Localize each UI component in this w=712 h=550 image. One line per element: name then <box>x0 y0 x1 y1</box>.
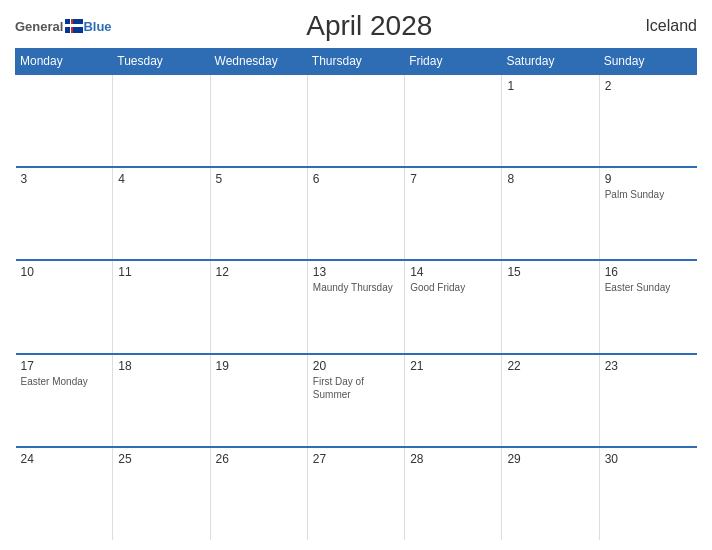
column-headers: Monday Tuesday Wednesday Thursday Friday… <box>16 49 697 75</box>
day-number: 27 <box>313 452 399 466</box>
col-thursday: Thursday <box>307 49 404 75</box>
calendar-day-cell: 3 <box>16 167 113 260</box>
calendar-day-cell: 25 <box>113 447 210 540</box>
day-number: 3 <box>21 172 108 186</box>
calendar-day-cell: 26 <box>210 447 307 540</box>
calendar-day-cell: 17Easter Monday <box>16 354 113 447</box>
calendar-day-cell: 9Palm Sunday <box>599 167 696 260</box>
day-number: 17 <box>21 359 108 373</box>
calendar-week-row: 17Easter Monday181920First Day of Summer… <box>16 354 697 447</box>
calendar-table: Monday Tuesday Wednesday Thursday Friday… <box>15 48 697 540</box>
calendar-week-row: 24252627282930 <box>16 447 697 540</box>
day-number: 9 <box>605 172 692 186</box>
calendar-day-cell: 2 <box>599 74 696 167</box>
col-sunday: Sunday <box>599 49 696 75</box>
day-number: 20 <box>313 359 399 373</box>
day-number: 25 <box>118 452 204 466</box>
calendar-day-cell: 24 <box>16 447 113 540</box>
day-number: 6 <box>313 172 399 186</box>
day-event: Palm Sunday <box>605 188 692 201</box>
day-number: 23 <box>605 359 692 373</box>
day-number: 8 <box>507 172 593 186</box>
day-number: 14 <box>410 265 496 279</box>
calendar-week-row: 12 <box>16 74 697 167</box>
calendar-day-cell <box>307 74 404 167</box>
logo-general-text: General <box>15 19 63 34</box>
calendar-day-cell <box>16 74 113 167</box>
col-tuesday: Tuesday <box>113 49 210 75</box>
day-number: 29 <box>507 452 593 466</box>
logo-flag-icon <box>65 19 83 33</box>
day-number: 19 <box>216 359 302 373</box>
day-number: 1 <box>507 79 593 93</box>
day-number: 18 <box>118 359 204 373</box>
day-number: 16 <box>605 265 692 279</box>
header: General Blue April 2028 Iceland <box>15 10 697 42</box>
calendar-day-cell: 11 <box>113 260 210 353</box>
calendar-week-row: 3456789Palm Sunday <box>16 167 697 260</box>
calendar-day-cell <box>113 74 210 167</box>
day-number: 26 <box>216 452 302 466</box>
day-event: Good Friday <box>410 281 496 294</box>
col-wednesday: Wednesday <box>210 49 307 75</box>
calendar-day-cell: 14Good Friday <box>405 260 502 353</box>
day-number: 28 <box>410 452 496 466</box>
logo: General Blue <box>15 19 112 34</box>
calendar-title: April 2028 <box>112 10 627 42</box>
day-number: 5 <box>216 172 302 186</box>
calendar-day-cell: 23 <box>599 354 696 447</box>
calendar-day-cell: 28 <box>405 447 502 540</box>
calendar-day-cell: 4 <box>113 167 210 260</box>
calendar-day-cell: 29 <box>502 447 599 540</box>
calendar-day-cell: 6 <box>307 167 404 260</box>
day-number: 12 <box>216 265 302 279</box>
calendar-day-cell: 1 <box>502 74 599 167</box>
day-event: Maundy Thursday <box>313 281 399 294</box>
calendar-day-cell: 30 <box>599 447 696 540</box>
calendar-page: General Blue April 2028 Iceland Monday T… <box>0 0 712 550</box>
calendar-day-cell: 20First Day of Summer <box>307 354 404 447</box>
country-name: Iceland <box>627 17 697 35</box>
calendar-day-cell: 10 <box>16 260 113 353</box>
logo-blue-text: Blue <box>83 19 111 34</box>
day-number: 4 <box>118 172 204 186</box>
calendar-day-cell <box>210 74 307 167</box>
calendar-day-cell <box>405 74 502 167</box>
day-number: 2 <box>605 79 692 93</box>
calendar-day-cell: 18 <box>113 354 210 447</box>
day-number: 13 <box>313 265 399 279</box>
day-event: Easter Sunday <box>605 281 692 294</box>
calendar-day-cell: 8 <box>502 167 599 260</box>
day-number: 11 <box>118 265 204 279</box>
day-number: 21 <box>410 359 496 373</box>
day-number: 24 <box>21 452 108 466</box>
day-number: 10 <box>21 265 108 279</box>
calendar-day-cell: 19 <box>210 354 307 447</box>
calendar-day-cell: 16Easter Sunday <box>599 260 696 353</box>
col-monday: Monday <box>16 49 113 75</box>
calendar-day-cell: 12 <box>210 260 307 353</box>
calendar-day-cell: 22 <box>502 354 599 447</box>
calendar-week-row: 10111213Maundy Thursday14Good Friday1516… <box>16 260 697 353</box>
day-event: First Day of Summer <box>313 375 399 401</box>
calendar-day-cell: 27 <box>307 447 404 540</box>
calendar-day-cell: 5 <box>210 167 307 260</box>
day-event: Easter Monday <box>21 375 108 388</box>
day-number: 7 <box>410 172 496 186</box>
col-saturday: Saturday <box>502 49 599 75</box>
day-number: 22 <box>507 359 593 373</box>
day-number: 30 <box>605 452 692 466</box>
col-friday: Friday <box>405 49 502 75</box>
calendar-day-cell: 13Maundy Thursday <box>307 260 404 353</box>
calendar-day-cell: 21 <box>405 354 502 447</box>
calendar-day-cell: 15 <box>502 260 599 353</box>
calendar-day-cell: 7 <box>405 167 502 260</box>
day-number: 15 <box>507 265 593 279</box>
